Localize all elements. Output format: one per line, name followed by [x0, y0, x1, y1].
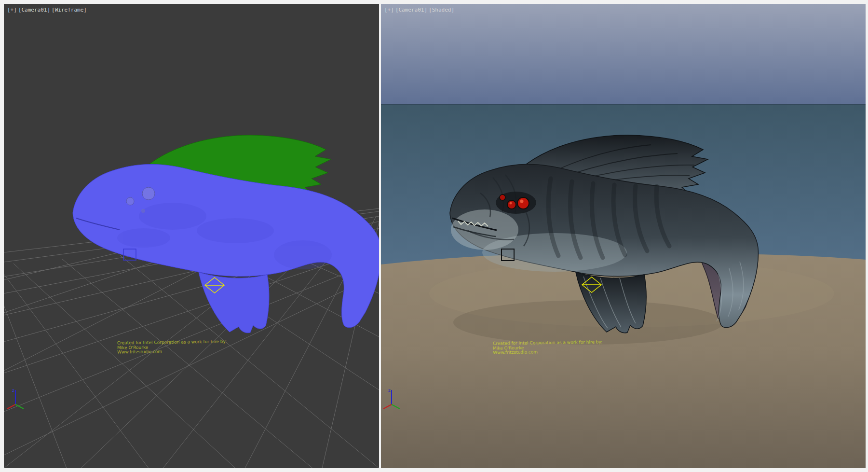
- viewport-menu-pov[interactable]: [Camera01]: [18, 7, 50, 13]
- horizon-line: [381, 104, 866, 105]
- viewport-menu-general[interactable]: [+]: [7, 7, 17, 13]
- viewport-menu-general[interactable]: [+]: [384, 7, 394, 13]
- eyes: [496, 192, 536, 214]
- shaded-scene[interactable]: z: [381, 4, 866, 468]
- world-axis-tripod: z: [7, 388, 24, 409]
- z-axis-label: z: [388, 388, 391, 393]
- sky: [381, 4, 866, 104]
- viewport-wireframe[interactable]: [+] [Camera01] [Wireframe]: [4, 4, 379, 468]
- pelvic-fin[interactable]: [199, 272, 269, 333]
- viewport-menu-shading[interactable]: [Shaded]: [429, 7, 454, 13]
- z-axis-label: z: [12, 388, 14, 393]
- wireframe-scene[interactable]: z: [4, 4, 379, 468]
- viewport-label: [+] [Camera01] [Wireframe]: [7, 7, 87, 13]
- viewport-label: [+] [Camera01] [Shaded]: [384, 7, 454, 13]
- fish-model-wireframe[interactable]: [73, 135, 379, 333]
- viewport-split-area: [+] [Camera01] [Wireframe]: [0, 0, 868, 472]
- viewport-menu-pov[interactable]: [Camera01]: [395, 7, 427, 13]
- viewport-shaded[interactable]: [+] [Camera01] [Shaded]: [381, 4, 866, 468]
- viewport-menu-shading[interactable]: [Wireframe]: [52, 7, 87, 13]
